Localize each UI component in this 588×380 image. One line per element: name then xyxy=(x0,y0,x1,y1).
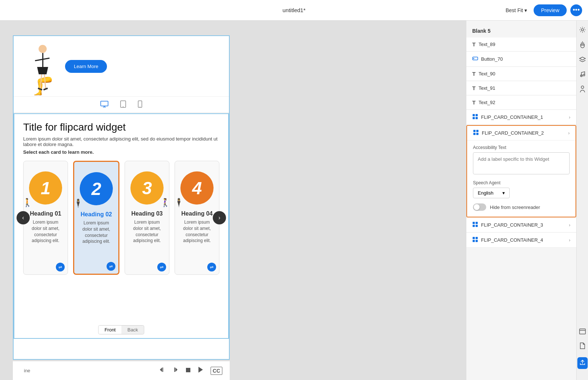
settings-icon[interactable] xyxy=(579,26,586,35)
best-fit-button[interactable]: Best Fit ▾ xyxy=(503,6,530,15)
text90-icon: T xyxy=(472,71,476,77)
desktop-icon[interactable] xyxy=(97,99,111,111)
text89-icon: T xyxy=(472,41,476,47)
flipcard-title: Title for flipcard widget xyxy=(23,121,219,133)
speech-label: Speech Agent xyxy=(473,180,570,185)
svg-point-4 xyxy=(123,106,123,107)
stop-button[interactable] xyxy=(186,367,191,374)
mobile-icon[interactable] xyxy=(135,98,145,111)
document-title: untitled1* xyxy=(283,7,306,13)
top-bar-actions: Best Fit ▾ Preview ••• xyxy=(503,4,582,16)
hide-toggle[interactable] xyxy=(473,203,486,211)
panel-item-flipcard4[interactable]: FLIP_CARD_CONTAINER_4 › xyxy=(466,233,576,248)
card-heading-2: Heading 02 xyxy=(80,211,112,218)
music-icon[interactable] xyxy=(580,71,585,79)
flip-card-2[interactable]: 2 🕴 Heading 02 Lorem ipsum dolor sit ame… xyxy=(73,161,119,275)
text92-label: Text_92 xyxy=(478,100,495,105)
hand-icon[interactable] xyxy=(580,41,585,50)
tablet-icon[interactable] xyxy=(117,98,129,111)
card-number-3: 3 xyxy=(142,178,152,198)
link-icon-2: ⇌ xyxy=(109,264,113,269)
panel-item-text90[interactable]: T Text_90 xyxy=(466,67,576,81)
svg-rect-35 xyxy=(580,329,585,334)
panel-item-text91[interactable]: T Text_91 xyxy=(466,81,576,95)
panel-item-button70[interactable]: Button_70 xyxy=(466,52,576,67)
more-button[interactable]: ••• xyxy=(570,4,582,16)
more-icon: ••• xyxy=(573,6,580,14)
next-icon: › xyxy=(218,214,220,221)
front-tab[interactable]: Front xyxy=(98,326,121,334)
svg-rect-18 xyxy=(476,117,478,119)
card-figure-3: 🚶‍♀️ xyxy=(160,198,170,207)
person-icon[interactable] xyxy=(580,85,585,94)
cc-button[interactable]: CC xyxy=(211,367,222,375)
card-link-icon-3[interactable]: ⇌ xyxy=(157,263,166,271)
flip-card-1[interactable]: 1 🚶 Heading 01 Lorem ipsum dolor sit ame… xyxy=(23,161,68,275)
svg-rect-26 xyxy=(476,225,478,227)
flipcard2-header[interactable]: FLIP_CARD_CONTAINER_2 › xyxy=(467,126,576,140)
panel-item-flipcard1[interactable]: FLIP_CARD_CONTAINER_1 › xyxy=(466,110,576,125)
card-circle-2: 2 🕴 xyxy=(80,172,113,205)
card-link-icon-1[interactable]: ⇌ xyxy=(56,263,65,271)
cards-wrapper: 1 🚶 Heading 01 Lorem ipsum dolor sit ame… xyxy=(23,161,219,275)
accessibility-label: Accessibility Text xyxy=(473,145,570,150)
svg-rect-24 xyxy=(476,222,478,224)
card-number-4: 4 xyxy=(192,178,202,198)
svg-rect-22 xyxy=(476,133,478,135)
flipcard2-chevron: › xyxy=(568,131,570,136)
skip-back-button[interactable] xyxy=(159,367,165,374)
play-button[interactable] xyxy=(198,367,203,374)
layers-icon[interactable] xyxy=(579,57,586,64)
flipcard-subtitle: Lorem ipsum dolor sit amet, consectetur … xyxy=(23,136,219,147)
play-forward-button[interactable] xyxy=(172,367,178,374)
panel-item-flipcard3[interactable]: FLIP_CARD_CONTAINER_3 › xyxy=(466,218,576,232)
next-arrow[interactable]: › xyxy=(213,211,226,224)
device-bar-inner xyxy=(14,97,229,113)
layout-icon[interactable] xyxy=(579,328,586,336)
svg-rect-30 xyxy=(476,240,478,242)
speech-value: English xyxy=(478,190,494,196)
card-number-2: 2 xyxy=(92,179,101,199)
page-figure xyxy=(28,45,58,96)
card-figure-4: 🕴 xyxy=(174,198,184,207)
svg-marker-7 xyxy=(160,367,162,372)
text90-label: Text_90 xyxy=(478,71,495,77)
svg-rect-0 xyxy=(101,101,108,106)
preview-button[interactable]: Preview xyxy=(534,4,567,16)
toggle-knob xyxy=(474,204,480,210)
accessibility-input[interactable] xyxy=(473,152,570,174)
panel-section-title: Blank 5 xyxy=(466,25,576,38)
svg-point-14 xyxy=(473,58,474,59)
header-action-button[interactable]: Learn More xyxy=(65,60,107,73)
svg-point-6 xyxy=(140,106,140,107)
panel-item-text89[interactable]: T Text_89 xyxy=(466,38,576,52)
back-tab[interactable]: Back xyxy=(122,326,144,334)
svg-rect-10 xyxy=(174,367,175,372)
svg-rect-16 xyxy=(476,114,478,116)
card-heading-1: Heading 01 xyxy=(30,210,61,217)
svg-rect-20 xyxy=(476,130,478,132)
text91-icon: T xyxy=(472,85,476,91)
prev-arrow[interactable]: ‹ xyxy=(17,211,30,224)
flip-card-3[interactable]: 3 🚶‍♀️ Heading 03 Lorem ipsum dolor sit … xyxy=(125,161,169,275)
page-header: 🦵 xyxy=(14,36,229,97)
card-circle-4: 4 🕴 xyxy=(180,171,214,205)
flipcard1-chevron: › xyxy=(569,115,570,120)
accessibility-panel: Accessibility Text Speech Agent English … xyxy=(467,140,576,217)
svg-rect-23 xyxy=(473,222,475,224)
svg-marker-12 xyxy=(198,367,203,373)
page-container: 🦵 xyxy=(13,35,230,360)
prev-icon: ‹ xyxy=(22,214,24,221)
speech-select[interactable]: English ▾ xyxy=(473,188,510,198)
flipcard3-chevron: › xyxy=(569,223,570,228)
flipcard2-icon xyxy=(473,129,479,136)
svg-rect-17 xyxy=(473,117,475,119)
document-icon[interactable] xyxy=(580,342,585,351)
card-link-icon-4[interactable]: ⇌ xyxy=(207,263,216,271)
flipcard3-label: FLIP_CARD_CONTAINER_3 xyxy=(481,222,543,228)
panel-item-text92[interactable]: T Text_92 xyxy=(466,96,576,110)
card-link-icon-2[interactable]: ⇌ xyxy=(107,262,115,271)
share-icon[interactable] xyxy=(577,357,588,369)
header-figure: 🦵 xyxy=(25,41,58,96)
card-number-1: 1 xyxy=(41,178,51,198)
